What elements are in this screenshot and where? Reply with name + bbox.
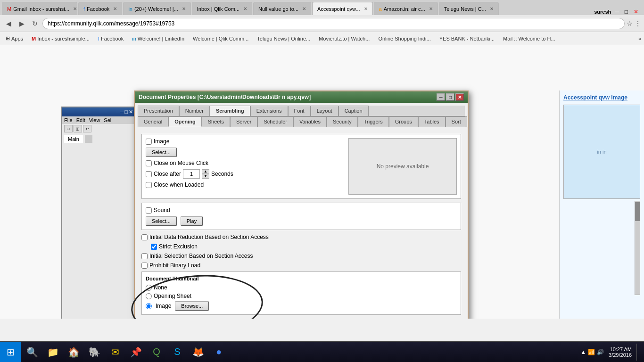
bookmark-yesbank[interactable]: YES BANK - Netbanki... <box>437 35 497 42</box>
bg-close-btn[interactable]: ✕ <box>129 109 133 115</box>
tab-null-value[interactable]: Null value go to... ✕ <box>253 2 311 15</box>
bookmarks-more[interactable]: » <box>638 36 641 41</box>
bookmark-telugu[interactable]: Telugu News | Online... <box>254 35 313 42</box>
bg-tab-main[interactable]: Main <box>64 135 83 143</box>
reload-btn[interactable]: ↻ <box>29 18 41 29</box>
prohibit-binary-checkbox[interactable] <box>141 263 148 269</box>
menu-sel[interactable]: Sel <box>104 117 111 123</box>
bookmark-facebook[interactable]: fFacebook <box>95 35 126 42</box>
tab-tables[interactable]: Tables <box>418 116 446 127</box>
thumbnail-none-radio[interactable] <box>146 285 152 291</box>
initial-selection-checkbox[interactable] <box>141 253 148 259</box>
tab-opening[interactable]: Opening <box>168 116 202 127</box>
side-panel-scrollbar[interactable] <box>563 201 640 295</box>
tab-groups[interactable]: Groups <box>389 116 418 127</box>
bookmark-qlik[interactable]: Welcome | Qlik Comm... <box>190 35 251 42</box>
image-select-btn[interactable]: Select... <box>146 148 177 157</box>
forward-btn[interactable]: ▶ <box>16 18 27 29</box>
tab-caption[interactable]: Caption <box>339 106 369 116</box>
tab-telugu[interactable]: Telugu News | C... ✕ <box>439 2 499 15</box>
bg-restore-btn[interactable]: □ <box>124 109 128 115</box>
thumbnail-image-row: Image Browse... <box>146 301 457 311</box>
tab-extensions[interactable]: Extensions <box>250 106 288 116</box>
back-btn[interactable]: ◀ <box>3 18 14 29</box>
tab-triggers[interactable]: Triggers <box>358 116 389 127</box>
tab-security[interactable]: Security <box>327 116 358 127</box>
taskbar-search[interactable]: 🔍 <box>23 343 41 362</box>
close-after-checkbox[interactable] <box>146 171 152 177</box>
bg-tab-other[interactable] <box>85 135 92 143</box>
bookmark-star[interactable]: ☆ <box>627 20 633 27</box>
taskbar-home[interactable]: 🏠 <box>64 343 83 362</box>
strict-exclusion-checkbox[interactable] <box>151 244 157 250</box>
sound-checkbox[interactable] <box>146 207 152 214</box>
tab-general[interactable]: General <box>138 116 168 127</box>
tab-server[interactable]: Server <box>230 116 257 127</box>
thumbnail-browse-btn[interactable]: Browse... <box>175 301 209 311</box>
bg-minimize-btn[interactable]: ─ <box>120 109 124 115</box>
counter-down-btn[interactable]: ▼ <box>202 174 209 179</box>
dialog-close-btn[interactable]: ✕ <box>455 93 464 101</box>
toolbar-icon-2[interactable]: ◫ <box>74 125 82 132</box>
toolbar-icon-3[interactable]: ↩ <box>83 125 91 132</box>
tab-sort[interactable]: Sort <box>446 116 467 127</box>
taskbar-chrome[interactable]: ● <box>209 343 228 362</box>
taskbar-qlik[interactable]: Q <box>147 343 166 362</box>
tab-amazon[interactable]: a Amazon.in: air c... ✕ <box>374 2 438 15</box>
minimize-browser-btn[interactable]: ─ <box>613 8 621 15</box>
bookmark-linkedin[interactable]: inWelcome! | LinkedIn <box>129 35 187 42</box>
side-panel-title[interactable]: Accesspoint qvw image <box>563 94 640 101</box>
tab-variables[interactable]: Variables <box>293 116 327 127</box>
tab-layout[interactable]: Layout <box>311 106 339 116</box>
tab-scrambling[interactable]: Scrambling <box>210 106 250 116</box>
initial-data-checkbox[interactable] <box>141 234 148 240</box>
restore-browser-btn[interactable]: □ <box>623 8 630 15</box>
tab-accesspoint[interactable]: Accesspoint qvw... ✕ <box>312 2 373 15</box>
bookmark-gmail[interactable]: MInbox - sureshsimple... <box>29 35 92 42</box>
menu-file[interactable]: File <box>64 117 73 123</box>
bookmark-shopping[interactable]: Online Shopping Indi... <box>375 35 433 42</box>
tab-scheduler[interactable]: Scheduler <box>257 116 293 127</box>
show-desktop-btn[interactable] <box>636 344 639 361</box>
taskbar-time[interactable]: 10:27 AM 3/29/2016 <box>609 346 632 358</box>
image-checkbox[interactable] <box>146 139 152 145</box>
taskbar-firefox[interactable]: 🦊 <box>189 343 207 362</box>
tab-facebook[interactable]: f Facebook ✕ <box>78 2 122 15</box>
start-button[interactable]: ⊞ <box>0 342 21 362</box>
tray-volume[interactable]: 🔊 <box>597 349 604 355</box>
taskbar-explorer[interactable]: 📁 <box>43 343 62 362</box>
tab-number[interactable]: Number <box>179 106 210 116</box>
address-bar[interactable] <box>42 18 625 29</box>
bookmark-mail[interactable]: Mail :: Welcome to H... <box>500 35 558 42</box>
tab-sheets[interactable]: Sheets <box>202 116 230 127</box>
sound-play-btn[interactable]: Play <box>181 216 203 226</box>
tray-arrow[interactable]: ▲ <box>580 349 586 355</box>
counter-up-btn[interactable]: ▲ <box>202 169 209 174</box>
taskbar-pin[interactable]: 📌 <box>126 343 145 362</box>
thumbnail-opening-radio[interactable] <box>146 293 152 299</box>
tab-font[interactable]: Font <box>288 106 311 116</box>
taskbar-skype[interactable]: S <box>168 343 187 362</box>
settings-icon[interactable]: ⋮ <box>635 20 641 27</box>
tab-presentation[interactable]: Presentation <box>138 106 179 116</box>
thumbnail-image-radio[interactable] <box>146 303 152 309</box>
sound-select-btn[interactable]: Select... <box>146 216 177 226</box>
close-loaded-checkbox[interactable] <box>146 182 152 188</box>
tab-qlik-inbox[interactable]: Inbox | Qlik Com... ✕ <box>192 2 252 15</box>
tab-linkedin[interactable]: in (20+) Welcome! |... ✕ <box>123 2 190 15</box>
toolbar-icon-1[interactable]: □ <box>64 125 73 132</box>
dialog-minimize-btn[interactable]: ─ <box>437 93 445 101</box>
bookmark-apps[interactable]: ⊞Apps <box>3 34 26 42</box>
taskbar-db[interactable]: 🐘 <box>85 343 104 362</box>
close-browser-btn[interactable]: ✕ <box>632 8 640 15</box>
tab-gmail[interactable]: M Gmail Inbox - sureshsi... ✕ <box>2 2 77 15</box>
bookmark-movierulz[interactable]: Movierulz.to | Watch... <box>316 35 372 42</box>
close-mouse-checkbox[interactable] <box>146 160 152 166</box>
dialog-restore-btn[interactable]: □ <box>446 93 454 101</box>
menu-edit[interactable]: Edit <box>76 117 85 123</box>
menu-view[interactable]: View <box>89 117 100 123</box>
close-after-input[interactable] <box>183 169 200 179</box>
taskbar-email[interactable]: ✉ <box>106 343 124 362</box>
image-label: Image <box>154 138 169 145</box>
tray-network[interactable]: 📶 <box>588 349 595 355</box>
